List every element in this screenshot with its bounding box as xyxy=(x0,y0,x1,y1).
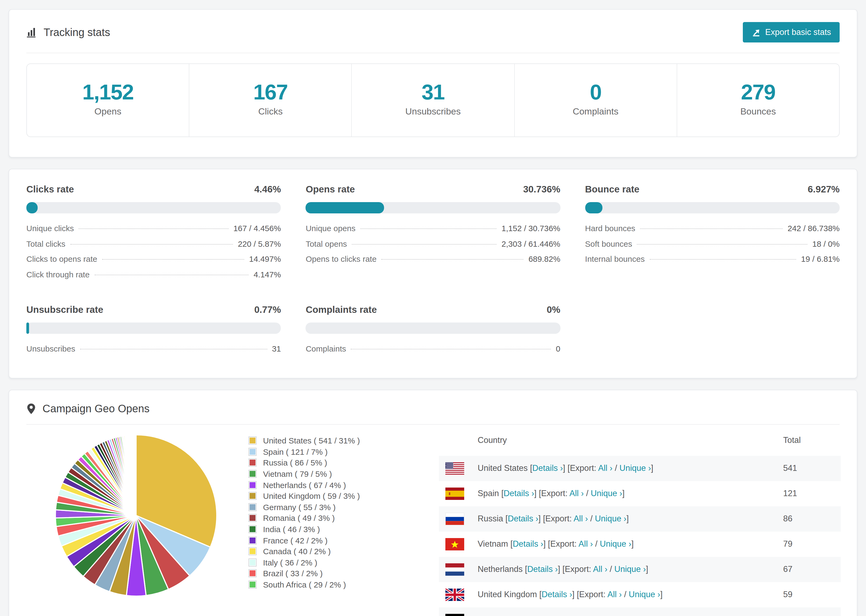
header-divider xyxy=(26,53,840,53)
map-pin-icon xyxy=(26,403,36,414)
page: Tracking stats Export basic stats 1,152O… xyxy=(0,0,866,616)
rate-stat-value: 31 xyxy=(272,344,281,353)
rate-stat-list: Complaints0 xyxy=(306,344,561,359)
dotted-leader xyxy=(352,244,497,244)
total-cell: 67 xyxy=(783,564,834,574)
export-all-link[interactable]: All › xyxy=(578,539,593,548)
pie-slice xyxy=(136,435,136,515)
rate-stat-value: 242 / 86.738% xyxy=(788,224,840,233)
rate-title-row: Bounce rate6.927% xyxy=(585,184,840,195)
country-cell: Vietnam [Details ›] [Export: All › / Uni… xyxy=(478,539,783,549)
legend-item: Germany ( 55 / 3% ) xyxy=(249,501,360,512)
rate-value: 0% xyxy=(547,304,561,316)
rates-row-1: Clicks rate4.46%Unique clicks167 / 4.456… xyxy=(9,169,857,285)
rate-stat-row: Total opens2,303 / 61.446% xyxy=(306,239,561,254)
tracking-stats-card: Tracking stats Export basic stats 1,152O… xyxy=(9,9,857,157)
rate-value: 4.46% xyxy=(254,184,281,195)
legend-swatch xyxy=(249,459,257,467)
country-cell: Germany [Details ›] [Export: All › / Uni… xyxy=(478,615,783,616)
legend-label: Italy ( 36 / 2% ) xyxy=(263,558,317,567)
dotted-leader xyxy=(650,259,796,259)
tracking-stats-header: Tracking stats Export basic stats xyxy=(9,10,857,53)
table-row-nl: Netherlands [Details ›] [Export: All › /… xyxy=(439,556,841,582)
total-cell: 86 xyxy=(783,514,834,523)
export-basic-stats-button[interactable]: Export basic stats xyxy=(743,22,840,42)
dotted-leader xyxy=(361,228,497,229)
rate-title: Unsubscribe rate xyxy=(26,304,103,316)
rate-block-opens-rate: Opens rate30.736%Unique opens1,152 / 30.… xyxy=(306,184,561,285)
legend-swatch xyxy=(249,547,257,555)
rate-stat-label: Soft bounces xyxy=(585,239,632,248)
summary-stat-label: Opens xyxy=(27,107,189,117)
details-link[interactable]: Details › xyxy=(527,564,558,574)
summary-stat-value: 31 xyxy=(352,80,514,104)
rate-stat-row: Total clicks220 / 5.87% xyxy=(26,239,281,254)
export-unique-link[interactable]: Unique › xyxy=(590,489,622,498)
dotted-leader xyxy=(637,244,808,244)
table-row-es: Spain [Details ›] [Export: All › / Uniqu… xyxy=(439,481,841,506)
rate-stat-row: Clicks to opens rate14.497% xyxy=(26,254,281,270)
rate-stat-value: 14.497% xyxy=(249,254,281,263)
export-unique-link[interactable]: Unique › xyxy=(619,464,651,473)
geo-opens-title-text: Campaign Geo Opens xyxy=(43,402,150,415)
country-cell: United States [Details ›] [Export: All ›… xyxy=(478,464,783,473)
details-link[interactable]: Details › xyxy=(504,489,534,498)
rate-title-row: Clicks rate4.46% xyxy=(26,184,281,195)
rate-stat-value: 220 / 5.87% xyxy=(238,239,281,248)
rate-stat-label: Total opens xyxy=(306,239,347,248)
export-all-link[interactable]: All › xyxy=(608,590,622,599)
dotted-leader xyxy=(80,349,267,349)
table-row-us: United States [Details ›] [Export: All ›… xyxy=(439,456,841,481)
legend-label: Romania ( 49 / 3% ) xyxy=(263,514,335,523)
rate-title-row: Complaints rate0% xyxy=(306,304,561,316)
country-cell: Netherlands [Details ›] [Export: All › /… xyxy=(478,564,783,574)
rate-stat-row: Complaints0 xyxy=(306,344,561,359)
summary-stat-value: 167 xyxy=(189,80,351,104)
country-cell: United Kingdom [Details ›] [Export: All … xyxy=(478,590,783,599)
table-row-gb: United Kingdom [Details ›] [Export: All … xyxy=(439,582,841,607)
legend-item: Netherlands ( 67 / 4% ) xyxy=(249,479,360,490)
export-all-link[interactable]: All › xyxy=(593,564,607,574)
details-link[interactable]: Details › xyxy=(508,514,538,523)
rate-stat-row: Click through rate4.147% xyxy=(26,270,281,285)
total-cell: 79 xyxy=(783,539,834,549)
legend-label: Canada ( 40 / 2% ) xyxy=(263,547,331,556)
legend-swatch xyxy=(249,437,257,445)
legend-item: Vietnam ( 79 / 5% ) xyxy=(249,468,360,479)
legend-item: United States ( 541 / 31% ) xyxy=(249,435,360,446)
geo-opens-pie-chart xyxy=(52,431,220,599)
flag-icon-vn xyxy=(446,538,464,550)
export-unique-link[interactable]: Unique › xyxy=(614,564,646,574)
rate-progress-bar xyxy=(26,202,281,214)
total-cell: 121 xyxy=(783,489,834,498)
rate-stat-row: Internal bounces19 / 6.81% xyxy=(585,254,840,270)
geo-table-header-total: Total xyxy=(783,435,834,445)
rate-stat-value: 0 xyxy=(556,344,561,353)
export-unique-link[interactable]: Unique › xyxy=(600,539,631,548)
dotted-leader xyxy=(94,274,249,275)
total-cell: 55 xyxy=(783,615,834,616)
rate-stat-row: Unique opens1,152 / 30.736% xyxy=(306,224,561,239)
details-link[interactable]: Details › xyxy=(513,539,543,548)
details-link[interactable]: Details › xyxy=(532,464,563,473)
export-icon xyxy=(751,28,760,37)
country-cell: Spain [Details ›] [Export: All › / Uniqu… xyxy=(478,489,783,498)
export-unique-link[interactable]: Unique › xyxy=(629,590,660,599)
legend-swatch xyxy=(249,481,257,489)
legend-swatch xyxy=(249,492,257,500)
legend-swatch xyxy=(249,558,257,567)
geo-opens-card: Campaign Geo Opens United States ( 541 /… xyxy=(9,390,857,616)
rate-title: Clicks rate xyxy=(26,184,74,195)
export-all-link[interactable]: All › xyxy=(598,464,612,473)
export-all-link[interactable]: All › xyxy=(574,514,588,523)
details-link[interactable]: Details › xyxy=(542,590,572,599)
export-all-link[interactable]: All › xyxy=(582,615,597,616)
export-unique-link[interactable]: Unique › xyxy=(595,514,627,523)
export-all-link[interactable]: All › xyxy=(569,489,584,498)
legend-swatch xyxy=(249,514,257,522)
legend-swatch xyxy=(249,525,257,533)
details-link[interactable]: Details › xyxy=(516,615,547,616)
rate-block-bounce-rate: Bounce rate6.927%Hard bounces242 / 86.73… xyxy=(585,184,840,285)
export-unique-link[interactable]: Unique › xyxy=(604,615,635,616)
legend-label: South Africa ( 29 / 2% ) xyxy=(263,580,346,589)
